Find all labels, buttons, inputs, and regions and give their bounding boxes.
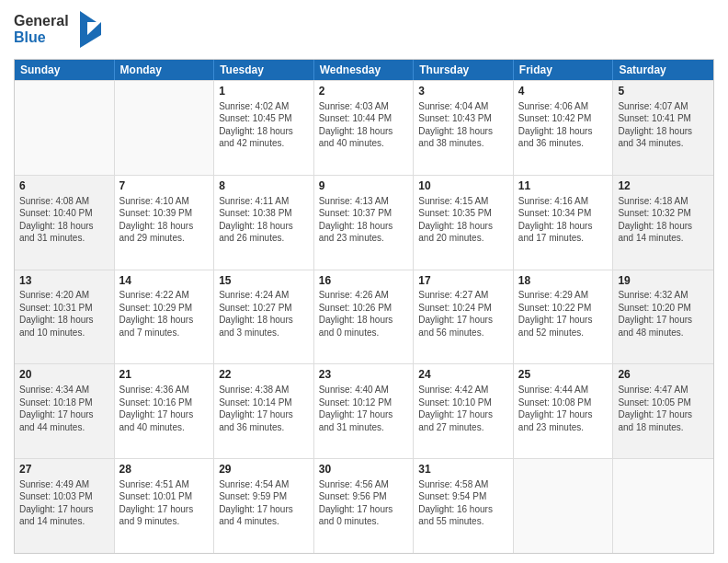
day-number: 20 bbox=[19, 367, 109, 383]
calendar-day-24: 24Sunrise: 4:42 AM Sunset: 10:10 PM Dayl… bbox=[414, 364, 514, 458]
day-info: Sunrise: 4:44 AM Sunset: 10:08 PM Daylig… bbox=[518, 384, 609, 433]
day-number: 8 bbox=[219, 178, 309, 194]
day-info: Sunrise: 4:18 AM Sunset: 10:32 PM Daylig… bbox=[618, 195, 709, 245]
day-number: 6 bbox=[19, 178, 109, 194]
calendar: SundayMondayTuesdayWednesdayThursdayFrid… bbox=[14, 59, 714, 554]
day-info: Sunrise: 4:08 AM Sunset: 10:40 PM Daylig… bbox=[19, 195, 109, 245]
calendar-day-29: 29Sunrise: 4:54 AM Sunset: 9:59 PM Dayli… bbox=[214, 459, 314, 553]
calendar-day-8: 8Sunrise: 4:11 AM Sunset: 10:38 PM Dayli… bbox=[214, 176, 314, 270]
day-info: Sunrise: 4:54 AM Sunset: 9:59 PM Dayligh… bbox=[219, 478, 309, 528]
calendar-day-3: 3Sunrise: 4:04 AM Sunset: 10:43 PM Dayli… bbox=[414, 81, 514, 175]
calendar-day-21: 21Sunrise: 4:36 AM Sunset: 10:16 PM Dayl… bbox=[115, 364, 215, 458]
day-info: Sunrise: 4:02 AM Sunset: 10:45 PM Daylig… bbox=[219, 100, 309, 150]
day-number: 2 bbox=[319, 84, 409, 99]
day-info: Sunrise: 4:22 AM Sunset: 10:29 PM Daylig… bbox=[119, 289, 210, 339]
calendar-day-2: 2Sunrise: 4:03 AM Sunset: 10:44 PM Dayli… bbox=[314, 81, 415, 175]
day-number: 25 bbox=[518, 367, 609, 383]
day-number: 12 bbox=[618, 178, 709, 194]
calendar-day-empty bbox=[514, 459, 614, 553]
day-info: Sunrise: 4:26 AM Sunset: 10:26 PM Daylig… bbox=[319, 289, 409, 339]
day-number: 17 bbox=[418, 273, 508, 289]
calendar-day-20: 20Sunrise: 4:34 AM Sunset: 10:18 PM Dayl… bbox=[15, 364, 115, 458]
calendar-day-17: 17Sunrise: 4:27 AM Sunset: 10:24 PM Dayl… bbox=[414, 270, 514, 364]
day-number: 30 bbox=[319, 462, 409, 477]
day-info: Sunrise: 4:04 AM Sunset: 10:43 PM Daylig… bbox=[418, 100, 508, 150]
day-number: 31 bbox=[418, 462, 508, 477]
calendar-day-empty bbox=[613, 459, 713, 553]
header-cell-sunday: Sunday bbox=[15, 60, 115, 80]
header-cell-monday: Monday bbox=[115, 60, 215, 80]
day-number: 23 bbox=[319, 367, 409, 383]
day-info: Sunrise: 4:29 AM Sunset: 10:22 PM Daylig… bbox=[518, 289, 609, 339]
day-info: Sunrise: 4:49 AM Sunset: 10:03 PM Daylig… bbox=[19, 478, 109, 528]
day-number: 16 bbox=[319, 273, 409, 289]
calendar-day-16: 16Sunrise: 4:26 AM Sunset: 10:26 PM Dayl… bbox=[314, 270, 415, 364]
calendar-day-10: 10Sunrise: 4:15 AM Sunset: 10:35 PM Dayl… bbox=[414, 176, 514, 270]
calendar-day-22: 22Sunrise: 4:38 AM Sunset: 10:14 PM Dayl… bbox=[214, 364, 314, 458]
calendar-day-30: 30Sunrise: 4:56 AM Sunset: 9:56 PM Dayli… bbox=[314, 459, 415, 553]
day-number: 4 bbox=[518, 84, 609, 99]
day-number: 10 bbox=[418, 178, 508, 194]
day-info: Sunrise: 4:32 AM Sunset: 10:20 PM Daylig… bbox=[618, 289, 709, 339]
day-number: 29 bbox=[219, 462, 309, 477]
svg-marker-2 bbox=[80, 11, 101, 48]
calendar-day-4: 4Sunrise: 4:06 AM Sunset: 10:42 PM Dayli… bbox=[514, 81, 614, 175]
day-number: 26 bbox=[618, 367, 709, 383]
calendar-day-23: 23Sunrise: 4:40 AM Sunset: 10:12 PM Dayl… bbox=[314, 364, 415, 458]
day-info: Sunrise: 4:16 AM Sunset: 10:34 PM Daylig… bbox=[518, 195, 609, 245]
calendar-day-5: 5Sunrise: 4:07 AM Sunset: 10:41 PM Dayli… bbox=[613, 81, 713, 175]
day-info: Sunrise: 4:40 AM Sunset: 10:12 PM Daylig… bbox=[319, 384, 409, 433]
day-info: Sunrise: 4:58 AM Sunset: 9:54 PM Dayligh… bbox=[418, 478, 508, 528]
day-number: 7 bbox=[119, 178, 210, 194]
page: General Blue SundayMondayTuesdayWednesda… bbox=[0, 0, 728, 563]
day-info: Sunrise: 4:27 AM Sunset: 10:24 PM Daylig… bbox=[418, 289, 508, 339]
day-info: Sunrise: 4:15 AM Sunset: 10:35 PM Daylig… bbox=[418, 195, 508, 245]
day-info: Sunrise: 4:10 AM Sunset: 10:39 PM Daylig… bbox=[119, 195, 210, 245]
calendar-day-6: 6Sunrise: 4:08 AM Sunset: 10:40 PM Dayli… bbox=[15, 176, 115, 270]
header-cell-saturday: Saturday bbox=[613, 60, 713, 80]
day-info: Sunrise: 4:20 AM Sunset: 10:31 PM Daylig… bbox=[19, 289, 109, 339]
calendar-week-3: 13Sunrise: 4:20 AM Sunset: 10:31 PM Dayl… bbox=[15, 270, 713, 364]
header: General Blue bbox=[14, 9, 714, 52]
header-cell-tuesday: Tuesday bbox=[214, 60, 314, 80]
calendar-day-1: 1Sunrise: 4:02 AM Sunset: 10:45 PM Dayli… bbox=[214, 81, 314, 175]
day-info: Sunrise: 4:34 AM Sunset: 10:18 PM Daylig… bbox=[19, 384, 109, 433]
logo-text: General Blue bbox=[14, 9, 101, 52]
day-info: Sunrise: 4:13 AM Sunset: 10:37 PM Daylig… bbox=[319, 195, 409, 245]
calendar-body: 1Sunrise: 4:02 AM Sunset: 10:45 PM Dayli… bbox=[15, 80, 713, 553]
day-number: 22 bbox=[219, 367, 309, 383]
day-number: 14 bbox=[119, 273, 210, 289]
calendar-day-26: 26Sunrise: 4:47 AM Sunset: 10:05 PM Dayl… bbox=[613, 364, 713, 458]
calendar-day-27: 27Sunrise: 4:49 AM Sunset: 10:03 PM Dayl… bbox=[15, 459, 115, 553]
day-info: Sunrise: 4:56 AM Sunset: 9:56 PM Dayligh… bbox=[319, 478, 409, 528]
day-info: Sunrise: 4:38 AM Sunset: 10:14 PM Daylig… bbox=[219, 384, 309, 433]
calendar-day-13: 13Sunrise: 4:20 AM Sunset: 10:31 PM Dayl… bbox=[15, 270, 115, 364]
day-number: 19 bbox=[618, 273, 709, 289]
logo: General Blue bbox=[14, 9, 101, 52]
day-number: 15 bbox=[219, 273, 309, 289]
calendar-day-12: 12Sunrise: 4:18 AM Sunset: 10:32 PM Dayl… bbox=[613, 176, 713, 270]
calendar-day-empty bbox=[15, 81, 115, 175]
day-info: Sunrise: 4:11 AM Sunset: 10:38 PM Daylig… bbox=[219, 195, 309, 245]
calendar-day-31: 31Sunrise: 4:58 AM Sunset: 9:54 PM Dayli… bbox=[414, 459, 514, 553]
day-number: 28 bbox=[119, 462, 210, 477]
calendar-day-25: 25Sunrise: 4:44 AM Sunset: 10:08 PM Dayl… bbox=[514, 364, 614, 458]
day-number: 13 bbox=[19, 273, 109, 289]
calendar-day-19: 19Sunrise: 4:32 AM Sunset: 10:20 PM Dayl… bbox=[613, 270, 713, 364]
svg-text:Blue: Blue bbox=[14, 29, 46, 45]
day-info: Sunrise: 4:47 AM Sunset: 10:05 PM Daylig… bbox=[618, 384, 709, 433]
day-info: Sunrise: 4:36 AM Sunset: 10:16 PM Daylig… bbox=[119, 384, 210, 433]
day-number: 24 bbox=[418, 367, 508, 383]
day-number: 3 bbox=[418, 84, 508, 99]
day-number: 1 bbox=[219, 84, 309, 99]
calendar-week-4: 20Sunrise: 4:34 AM Sunset: 10:18 PM Dayl… bbox=[15, 363, 713, 458]
day-info: Sunrise: 4:24 AM Sunset: 10:27 PM Daylig… bbox=[219, 289, 309, 339]
day-number: 18 bbox=[518, 273, 609, 289]
calendar-week-1: 1Sunrise: 4:02 AM Sunset: 10:45 PM Dayli… bbox=[15, 80, 713, 175]
calendar-header-row: SundayMondayTuesdayWednesdayThursdayFrid… bbox=[15, 60, 713, 80]
day-number: 5 bbox=[618, 84, 709, 99]
calendar-day-9: 9Sunrise: 4:13 AM Sunset: 10:37 PM Dayli… bbox=[314, 176, 415, 270]
day-number: 27 bbox=[19, 462, 109, 477]
calendar-week-5: 27Sunrise: 4:49 AM Sunset: 10:03 PM Dayl… bbox=[15, 458, 713, 553]
calendar-day-empty bbox=[115, 81, 215, 175]
